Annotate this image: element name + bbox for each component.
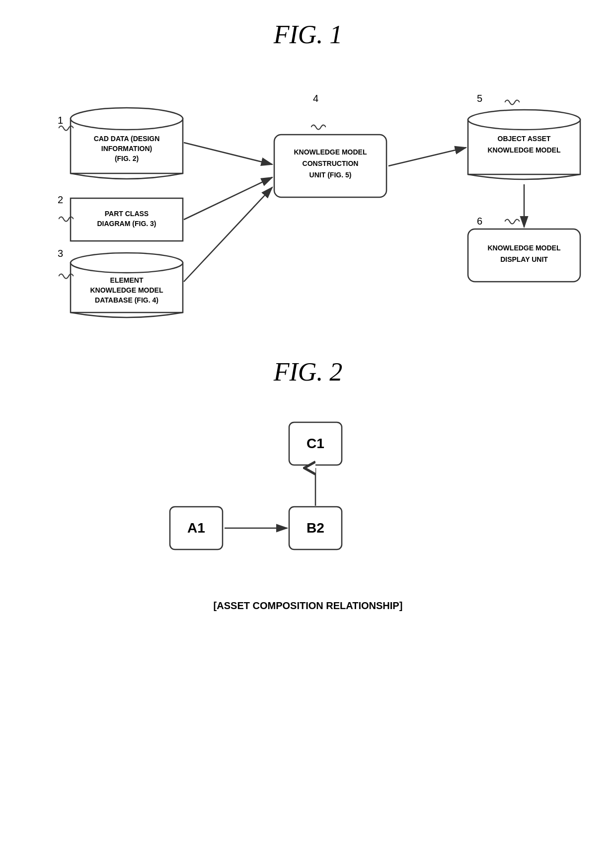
svg-text:DATABASE (FIG. 4): DATABASE (FIG. 4) bbox=[95, 296, 158, 304]
b2-node: B2 bbox=[288, 506, 343, 550]
part-class-node: PART CLASS DIAGRAM (FIG. 3) bbox=[70, 197, 184, 242]
svg-text:INFORMATION): INFORMATION) bbox=[101, 145, 152, 153]
a1-node: A1 bbox=[169, 506, 224, 550]
svg-text:KNOWLEDGE MODEL: KNOWLEDGE MODEL bbox=[488, 244, 561, 252]
svg-line-29 bbox=[388, 148, 466, 166]
svg-text:C1: C1 bbox=[307, 436, 324, 451]
fig2-title: FIG. 2 bbox=[30, 357, 586, 387]
element-km-node: ELEMENT KNOWLEDGE MODEL DATABASE (FIG. 4… bbox=[70, 252, 184, 321]
page: FIG. 1 1 2 3 4 5 6 CAD DATA (DESIGN bbox=[0, 0, 616, 856]
km-construction-node: KNOWLEDGE MODEL CONSTRUCTION UNIT (FIG. … bbox=[273, 134, 387, 198]
svg-point-18 bbox=[468, 110, 580, 130]
label-5: 5 bbox=[477, 93, 482, 104]
svg-text:B2: B2 bbox=[307, 520, 324, 536]
svg-point-1 bbox=[71, 108, 183, 130]
svg-text:CAD DATA (DESIGN: CAD DATA (DESIGN bbox=[94, 135, 160, 143]
fig2-section: FIG. 2 C1 B2 A1 bbox=[30, 357, 586, 612]
svg-text:ELEMENT: ELEMENT bbox=[110, 276, 144, 284]
fig2-diagram: C1 B2 A1 bbox=[30, 406, 586, 595]
svg-text:A1: A1 bbox=[187, 520, 205, 536]
svg-line-27 bbox=[184, 177, 272, 220]
svg-text:DIAGRAM (FIG. 3): DIAGRAM (FIG. 3) bbox=[97, 220, 156, 228]
km-display-node: KNOWLEDGE MODEL DISPLAY UNIT bbox=[467, 228, 581, 283]
svg-text:KNOWLEDGE MODEL: KNOWLEDGE MODEL bbox=[488, 146, 561, 154]
svg-text:KNOWLEDGE MODEL: KNOWLEDGE MODEL bbox=[90, 286, 163, 294]
label-3: 3 bbox=[58, 248, 63, 259]
svg-text:DISPLAY UNIT: DISPLAY UNIT bbox=[500, 255, 548, 263]
label-4: 4 bbox=[313, 93, 318, 104]
svg-text:UNIT (FIG. 5): UNIT (FIG. 5) bbox=[309, 171, 352, 179]
svg-text:PART CLASS: PART CLASS bbox=[105, 210, 149, 218]
svg-line-28 bbox=[184, 187, 272, 282]
svg-text:(FIG. 2): (FIG. 2) bbox=[115, 155, 139, 162]
svg-point-9 bbox=[71, 253, 183, 273]
svg-text:OBJECT ASSET: OBJECT ASSET bbox=[498, 135, 551, 143]
label-2: 2 bbox=[58, 194, 63, 206]
c1-node: C1 bbox=[288, 421, 343, 466]
svg-line-26 bbox=[184, 143, 272, 164]
fig2-caption: [ASSET COMPOSITION RELATIONSHIP] bbox=[30, 600, 586, 612]
cad-data-node: CAD DATA (DESIGN INFORMATION) (FIG. 2) bbox=[70, 104, 184, 183]
svg-text:CONSTRUCTION: CONSTRUCTION bbox=[303, 159, 359, 167]
svg-text:KNOWLEDGE MODEL: KNOWLEDGE MODEL bbox=[294, 148, 367, 156]
label-6: 6 bbox=[477, 216, 482, 227]
object-asset-node: OBJECT ASSET KNOWLEDGE MODEL bbox=[467, 109, 581, 183]
fig1-title: FIG. 1 bbox=[30, 20, 586, 49]
fig1-diagram: 1 2 3 4 5 6 CAD DATA (DESIGN INFORMATION… bbox=[30, 69, 586, 327]
